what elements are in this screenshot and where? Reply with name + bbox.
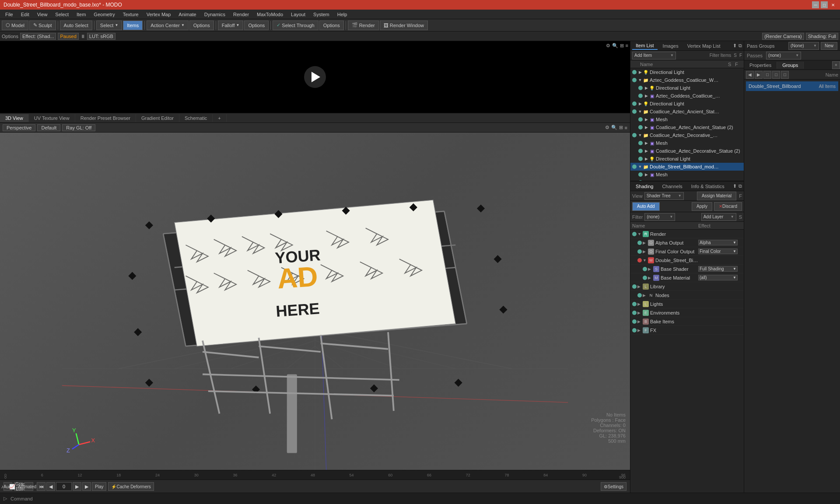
assign-material-button[interactable]: Assign Material	[697, 192, 736, 200]
prev-frame-button[interactable]: ◀	[46, 482, 55, 491]
expand-arrow[interactable]: ▶	[644, 172, 649, 177]
shade-item-lights[interactable]: ▶ L Lights	[630, 300, 744, 308]
menu-texture[interactable]: Texture	[119, 11, 142, 18]
pass-none-dropdown[interactable]: (None) ▼	[788, 42, 819, 50]
shade-item-bake[interactable]: ▶ B Bake Items	[630, 317, 744, 326]
expand-arrow[interactable]: ▶	[644, 93, 649, 98]
shade-popout-icon[interactable]: ⧉	[738, 183, 742, 189]
close-button[interactable]: ✕	[830, 1, 836, 8]
ray-gl-dropdown[interactable]: Ray GL: Off	[62, 124, 95, 131]
tab-info-stats[interactable]: Info & Statistics	[688, 183, 728, 190]
default-dropdown[interactable]: Default	[37, 124, 60, 131]
tab-images[interactable]: Images	[659, 42, 682, 49]
play-button[interactable]	[304, 66, 326, 88]
model-button[interactable]: ⬡ Model	[2, 21, 28, 30]
list-item[interactable]: ▼ 📁 Coatlicue_Aztec_Ancient_Statue_modo_…	[630, 108, 744, 116]
preview-more-icon[interactable]: ≡	[626, 43, 628, 49]
play-pause-button[interactable]: ▶	[82, 482, 91, 491]
new-button[interactable]: New	[821, 42, 837, 50]
auto-select-button[interactable]: Auto Select	[60, 21, 92, 30]
expand-arrow[interactable]: ▼	[637, 109, 643, 114]
camera-dropdown[interactable]: (Render Camera)	[762, 33, 804, 40]
square-icon-btn1[interactable]: □	[763, 71, 771, 79]
preview-fit-icon[interactable]: ⊞	[620, 43, 624, 49]
expand-arrow[interactable]: ▼	[637, 164, 643, 169]
expand-arrow[interactable]: ▶	[644, 156, 649, 161]
falloff-button[interactable]: Falloff ▼	[218, 21, 244, 30]
shade-item-billboard[interactable]: ▼ M Double_Street_Billboard (2)	[630, 256, 744, 265]
list-item[interactable]: ▼ 📁 Aztec_Goddess_Coatlicue_White_Table_…	[630, 76, 744, 84]
maximize-button[interactable]: □	[821, 1, 828, 8]
discard-button[interactable]: ✕ Discard	[714, 202, 742, 211]
expand-arrow[interactable]: ▶	[644, 117, 649, 122]
auto-add-button[interactable]: Auto Add	[632, 202, 660, 211]
add-layer-dropdown[interactable]: Add Layer ▼	[701, 213, 736, 221]
expand-arrow[interactable]: ▶	[644, 125, 649, 130]
render-window-button[interactable]: 🖼 Render Window	[380, 21, 428, 30]
tab-schematic[interactable]: Schematic	[179, 114, 213, 122]
perspective-dropdown[interactable]: Perspective	[3, 124, 35, 131]
settings-button[interactable]: ⚙ Settings	[601, 482, 626, 491]
menu-vertex-map[interactable]: Vertex Map	[143, 11, 175, 18]
expand-arrow[interactable]: ▶	[644, 148, 649, 154]
expand-arrow[interactable]: ▶	[644, 140, 649, 146]
preview-settings-icon[interactable]: ⚙	[606, 43, 610, 49]
menu-geometry[interactable]: Geometry	[90, 11, 118, 18]
list-item[interactable]: ▶ ▣ Mesh	[630, 116, 744, 123]
shade-item-fx[interactable]: ▶ F FX	[630, 326, 744, 335]
preview-zoom-icon[interactable]: 🔍	[612, 43, 618, 49]
plus-button[interactable]: +	[832, 61, 840, 69]
shade-expand-arrow[interactable]: ▶	[648, 276, 653, 280]
apply-button[interactable]: Apply	[692, 202, 712, 211]
shade-item-alpha[interactable]: ▶ O Alpha Output Alpha ▼	[630, 238, 744, 247]
shade-expand-arrow[interactable]: ▶	[643, 241, 648, 245]
tab-add[interactable]: +	[213, 114, 226, 122]
expand-arrow[interactable]: ▶	[644, 180, 649, 181]
view-zoom-icon[interactable]: 🔍	[611, 125, 617, 130]
tab-vertex-map[interactable]: Vertex Map List	[684, 42, 724, 49]
options3-button[interactable]: Options	[319, 21, 344, 30]
shade-expand-arrow[interactable]: ▶	[637, 311, 643, 315]
frame-input[interactable]	[56, 482, 72, 491]
shade-item-base-material[interactable]: ▶ M Base Material (all) ▼	[630, 273, 744, 282]
expand-arrow[interactable]: ▼	[637, 77, 643, 83]
tab-channels[interactable]: Channels	[658, 183, 686, 190]
render-button[interactable]: 🎬 Render	[348, 21, 379, 30]
tab-item-list[interactable]: Item List	[632, 42, 658, 50]
shade-expand-icon[interactable]: ⬆	[733, 183, 737, 189]
menu-item[interactable]: Item	[73, 11, 89, 18]
square-icon-btn3[interactable]: □	[781, 71, 789, 79]
list-item[interactable]: ▶ ▣ Coatlicue_Aztec_Decorative_Statue (2…	[630, 147, 744, 155]
list-item[interactable]: ▶ ▣ Coatlicue_Aztec_Ancient_Statue (2)	[630, 123, 744, 131]
view-more-icon[interactable]: ≡	[625, 125, 627, 130]
select-through-button[interactable]: ✓ Select Through	[273, 21, 318, 30]
menu-file[interactable]: File	[2, 11, 17, 18]
view-settings-icon[interactable]: ⚙	[605, 125, 609, 130]
effect-dropdown[interactable]: Effect: (Shad...	[20, 33, 56, 40]
popout-icon[interactable]: ⧉	[738, 43, 742, 49]
view-fit-icon[interactable]: ⊞	[619, 125, 623, 130]
shade-item-base-shader[interactable]: ▶ S Base Shader Full Shading ▼	[630, 265, 744, 273]
tab-shading[interactable]: Shading	[632, 183, 657, 190]
list-item[interactable]: ▶ ▣ Mesh	[630, 171, 744, 178]
shade-expand-arrow[interactable]: ▶	[637, 302, 643, 306]
passes-none-dropdown[interactable]: (none) ▼	[766, 52, 801, 60]
shade-expand-arrow[interactable]: ▶	[648, 267, 653, 271]
expand-arrow[interactable]: ▶	[637, 70, 643, 75]
items-button[interactable]: Items	[123, 21, 143, 30]
forward-icon-btn[interactable]: ▶	[755, 71, 763, 79]
back-icon-btn[interactable]: ◀	[746, 71, 754, 79]
tab-properties[interactable]: Properties	[744, 62, 777, 69]
expand-icon[interactable]: ⬆	[733, 43, 737, 49]
list-item[interactable]: ▼ 📁 Double_Street_Billboard_modo_ba...	[630, 163, 744, 171]
shader-tree-dropdown[interactable]: Shader Tree ▼	[644, 192, 684, 200]
list-item[interactable]: ▶ ▣ Double_Street_Billboard (2)	[630, 178, 744, 181]
play-label-button[interactable]: Play	[92, 482, 106, 491]
menu-animate[interactable]: Animate	[175, 11, 200, 18]
expand-arrow[interactable]: ▶	[637, 101, 643, 106]
minimize-button[interactable]: ─	[812, 1, 819, 8]
menu-view[interactable]: View	[34, 11, 51, 18]
alpha-effect-dropdown[interactable]: Alpha ▼	[698, 240, 738, 245]
next-frame-button[interactable]: ▶	[73, 482, 81, 491]
final-color-effect-dropdown[interactable]: Final Color ▼	[698, 248, 738, 254]
